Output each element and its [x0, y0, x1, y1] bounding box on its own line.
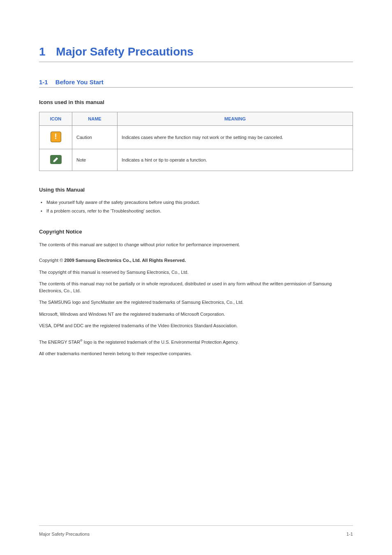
th-meaning: MEANING — [118, 112, 353, 126]
table-row: Caution Indicates cases where the functi… — [39, 126, 353, 149]
chapter-title-text: Major Safety Precautions — [56, 45, 194, 58]
caution-name: Caution — [72, 126, 118, 149]
caution-meaning: Indicates cases where the function may n… — [118, 126, 353, 149]
table-row: Note Indicates a hint or tip to operate … — [39, 149, 353, 171]
section-number: 1-1 — [39, 79, 48, 86]
list-item: Make yourself fully aware of the safety … — [39, 199, 353, 206]
section-title-text: Before You Start — [55, 79, 104, 86]
icons-subsection-heading: Icons used in this manual — [39, 99, 353, 105]
energy-prefix: The ENERGY STAR — [39, 339, 80, 344]
note-icon-cell — [39, 149, 72, 171]
note-icon — [50, 155, 62, 164]
copyright-reproduce: The contents of this manual may not be p… — [39, 280, 353, 294]
note-meaning: Indicates a hint or tip to operate a fun… — [118, 149, 353, 171]
copyright-vesa-tm: VESA, DPM and DDC are the registered tra… — [39, 322, 353, 329]
th-icon: ICON — [39, 112, 72, 126]
caution-icon-cell — [39, 126, 72, 149]
energy-suffix: logo is the registered trademark of the … — [83, 339, 239, 344]
copyright-samsung-tm: The SAMSUNG logo and SyncMaster are the … — [39, 299, 353, 306]
copyright-subsection-heading: Copyright Notice — [39, 229, 353, 235]
copyright-reserved: The copyright of this manual is reserved… — [39, 269, 353, 276]
copyright-intro: The contents of this manual are subject … — [39, 241, 353, 248]
footer-left: Major Safety Precautions — [39, 532, 90, 536]
note-name: Note — [72, 149, 118, 171]
page-footer: Major Safety Precautions 1-1 — [39, 525, 353, 536]
copyright-ms-tm: Microsoft, Windows and Windows NT are th… — [39, 311, 353, 318]
list-item: If a problem occurs, refer to the 'Troub… — [39, 208, 353, 214]
copyright-other-tm: All other trademarks mentioned herein be… — [39, 350, 353, 357]
copyright-line: Copyright © 2009 Samsung Electronics Co.… — [39, 257, 353, 264]
chapter-title: 1 Major Safety Precautions — [39, 45, 353, 62]
chapter-number: 1 — [39, 45, 46, 58]
copyright-prefix: Copyright © — [39, 258, 64, 263]
footer-right: 1-1 — [346, 532, 353, 536]
using-list: Make yourself fully aware of the safety … — [39, 199, 353, 215]
caution-icon — [51, 132, 61, 142]
using-subsection-heading: Using this Manual — [39, 187, 353, 193]
copyright-bold: 2009 Samsung Electronics Co., Ltd. All R… — [64, 258, 186, 263]
th-name: NAME — [72, 112, 118, 126]
copyright-energy: The ENERGY STAR® logo is the registered … — [39, 338, 353, 345]
section-title: 1-1 Before You Start — [39, 79, 353, 88]
icons-table: ICON NAME MEANING Caution Indicates case… — [39, 112, 353, 171]
